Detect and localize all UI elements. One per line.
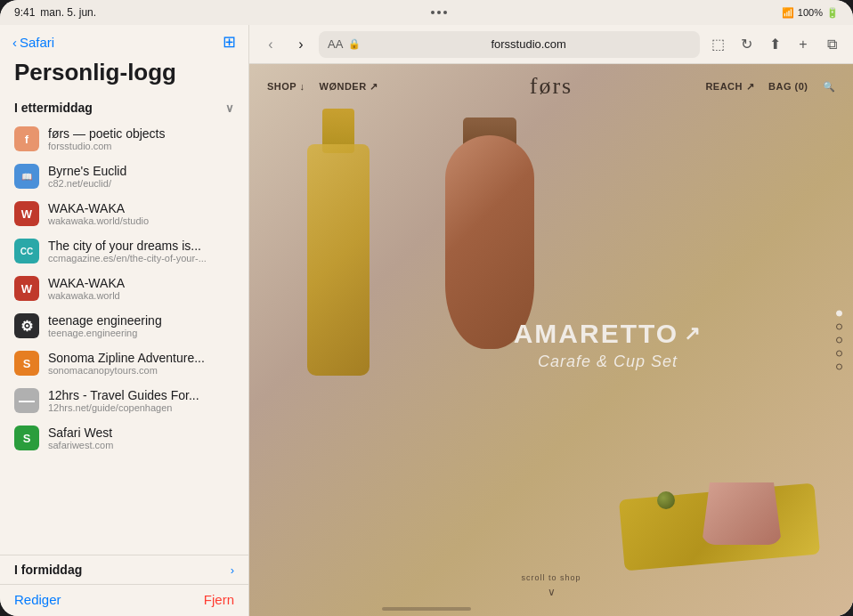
item-url-4: ccmagazine.es/en/the-city-of-your-...: [48, 253, 207, 263]
list-item[interactable]: — 12hrs - Travel Guides For... 12hrs.net…: [0, 382, 248, 419]
shop-nav-link[interactable]: SHOP ↓: [267, 81, 305, 92]
item-url-6: teenage.engineering: [48, 328, 162, 338]
item-url-2: c82.net/euclid/: [48, 178, 126, 189]
hero-subtitle: Carafe & Cup Set: [514, 353, 702, 371]
safari-back-button[interactable]: ‹ Safari: [12, 35, 54, 50]
arrow-ne-icon: ↗: [684, 322, 702, 345]
wonder-nav-link[interactable]: WØNDER ↗: [320, 81, 378, 93]
item-text-5: WAKA-WAKA wakawaka.world: [48, 276, 125, 301]
search-nav-icon[interactable]: 🔍: [823, 81, 836, 93]
list-item[interactable]: ⚙ teenage engineering teenage.engineerin…: [0, 307, 248, 344]
sidebar-layout-icon[interactable]: ⊞: [223, 32, 236, 52]
lock-icon: 🔒: [348, 38, 361, 50]
item-url-9: safariwest.com: [48, 440, 113, 450]
list-item[interactable]: CC The city of your dreams is... ccmagaz…: [0, 232, 248, 270]
favicon-1: f: [14, 126, 39, 151]
sidebar-topnav: ‹ Safari ⊞: [0, 25, 248, 55]
remove-button[interactable]: Fjern: [204, 592, 234, 607]
item-text-3: WAKA-WAKA wakawaka.world/studio: [48, 201, 149, 226]
reach-nav-link[interactable]: REACH ↗: [705, 81, 754, 93]
favicon-8: —: [14, 388, 39, 413]
scroll-indicator: scroll to shop ∨: [521, 573, 581, 598]
list-item[interactable]: S Safari West safariwest.com: [0, 419, 248, 457]
item-url-5: wakawaka.world: [48, 290, 125, 301]
dot2: [437, 11, 441, 14]
back-button[interactable]: ‹: [258, 32, 283, 57]
item-title-3: WAKA-WAKA: [48, 201, 149, 215]
section-chevron-down-icon: ∨: [225, 101, 234, 115]
olive-decoration: [657, 491, 675, 509]
dot-indicator-2[interactable]: [836, 324, 842, 330]
hero-text: AMARETTO ↗ Carafe & Cup Set: [514, 319, 702, 371]
item-text-6: teenage engineering teenage.engineering: [48, 313, 162, 338]
dot-indicator-4[interactable]: [836, 351, 842, 357]
site-logo[interactable]: førs: [530, 73, 573, 100]
nav-left: SHOP ↓ WØNDER ↗: [267, 81, 378, 93]
item-title-8: 12hrs - Travel Guides For...: [48, 388, 199, 402]
status-day: man. 5. jun.: [40, 6, 96, 19]
history-list: f førs — poetic objects forsstudio.com 📖…: [0, 120, 248, 555]
item-title-7: Sonoma Zipline Adventure...: [48, 351, 205, 365]
forward-button[interactable]: ›: [288, 32, 313, 57]
status-bar: 9:41 man. 5. jun. 📶 100% 🔋: [0, 0, 853, 25]
battery-label: 100%: [798, 7, 823, 18]
status-time: 9:41: [14, 6, 35, 19]
dot-indicator-5[interactable]: [836, 364, 842, 370]
item-text-2: Byrne's Euclid c82.net/euclid/: [48, 164, 126, 189]
domain-text: forsstudio.com: [366, 37, 691, 51]
section-morning-header[interactable]: I formiddag ›: [0, 555, 248, 584]
item-title-2: Byrne's Euclid: [48, 164, 126, 178]
item-url-1: forsstudio.com: [48, 141, 166, 151]
dot-indicator-1[interactable]: [836, 311, 842, 317]
scroll-text: scroll to shop: [521, 573, 581, 582]
favicon-4: CC: [14, 239, 39, 263]
reader-view-button[interactable]: ⬚: [705, 32, 730, 57]
site-nav: SHOP ↓ WØNDER ↗ førs REACH ↗ BAG (0) 🔍: [249, 64, 853, 109]
edit-button[interactable]: Rediger: [14, 592, 61, 607]
item-text-9: Safari West safariwest.com: [48, 426, 113, 450]
item-title-1: førs — poetic objects: [48, 126, 166, 141]
favicon-5: W: [14, 276, 39, 301]
address-bar[interactable]: AA 🔒 forsstudio.com: [319, 31, 700, 58]
share-button[interactable]: ⬆: [762, 32, 787, 57]
list-item[interactable]: W WAKA-WAKA wakawaka.world/studio: [0, 195, 248, 232]
chevron-right-icon: ›: [231, 563, 234, 577]
item-title-6: teenage engineering: [48, 313, 162, 328]
aa-button[interactable]: AA: [328, 37, 343, 51]
item-url-7: sonomacanopytours.com: [48, 365, 205, 376]
list-item[interactable]: 📖 Byrne's Euclid c82.net/euclid/: [0, 158, 248, 195]
item-title-4: The city of your dreams is...: [48, 239, 207, 253]
item-text-7: Sonoma Zipline Adventure... sonomacanopy…: [48, 351, 205, 376]
wifi-icon: 📶: [782, 7, 794, 19]
sidebar: ‹ Safari ⊞ Personlig-logg I ettermiddag …: [0, 25, 249, 616]
item-text-1: førs — poetic objects forsstudio.com: [48, 126, 166, 151]
reload-button[interactable]: ↻: [734, 32, 759, 57]
ipad-frame: 9:41 man. 5. jun. 📶 100% 🔋 ‹ Safari ⊞: [0, 0, 853, 616]
section-morning-label: I formiddag: [14, 563, 82, 577]
item-text-8: 12hrs - Travel Guides For... 12hrs.net/g…: [48, 388, 199, 413]
add-bookmark-button[interactable]: +: [791, 32, 816, 57]
list-item[interactable]: S Sonoma Zipline Adventure... sonomacano…: [0, 344, 248, 382]
section-afternoon-header[interactable]: I ettermiddag ∨: [0, 95, 248, 120]
hero-title-text: AMARETTO: [514, 319, 678, 349]
toolbar-actions: ⬚ ↻ ⬆ + ⧉: [705, 32, 844, 57]
battery-icon: 🔋: [826, 7, 839, 19]
tabs-button[interactable]: ⧉: [819, 32, 844, 57]
list-item[interactable]: f førs — poetic objects forsstudio.com: [0, 120, 248, 158]
scroll-chevron-down-icon: ∨: [548, 586, 556, 598]
sidebar-bottom-bar: Rediger Fjern: [0, 584, 248, 616]
browser-content: ‹ › AA 🔒 forsstudio.com ⬚ ↻ ⬆ + ⧉: [249, 25, 853, 616]
list-item[interactable]: W WAKA-WAKA wakawaka.world: [0, 270, 248, 307]
favicon-7: S: [14, 351, 39, 376]
dot3: [443, 11, 447, 14]
item-url-3: wakawaka.world/studio: [48, 215, 149, 226]
favicon-6: ⚙: [14, 313, 39, 338]
dot-indicator-3[interactable]: [836, 337, 842, 344]
main-layout: ‹ Safari ⊞ Personlig-logg I ettermiddag …: [0, 25, 853, 616]
favicon-3: W: [14, 201, 39, 226]
browser-toolbar: ‹ › AA 🔒 forsstudio.com ⬚ ↻ ⬆ + ⧉: [249, 25, 853, 64]
dot1: [431, 11, 435, 14]
section-afternoon-label: I ettermiddag: [14, 101, 93, 115]
item-url-8: 12hrs.net/guide/copenhagen: [48, 402, 199, 413]
bag-nav-link[interactable]: BAG (0): [768, 81, 808, 92]
